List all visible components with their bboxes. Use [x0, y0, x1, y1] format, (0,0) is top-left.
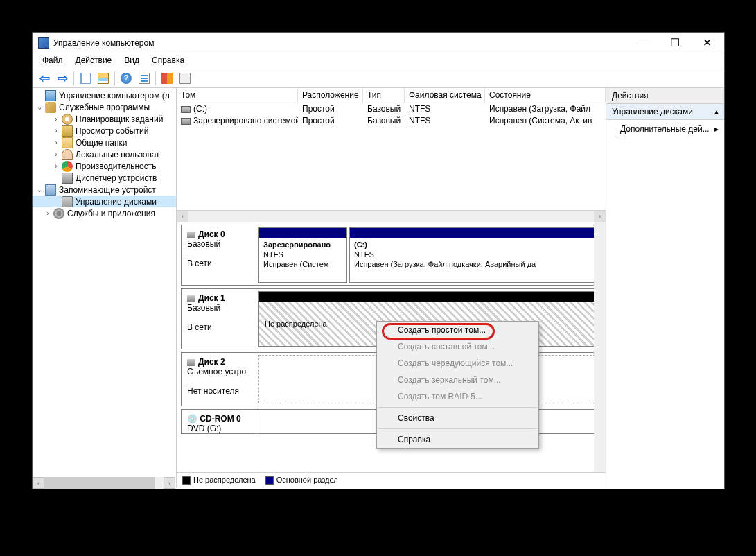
titlebar: Управление компьютером — ☐ ✕ [33, 33, 724, 53]
tree-device-manager[interactable]: Диспетчер устройств [33, 172, 176, 184]
drive-icon [181, 106, 191, 113]
tree-storage[interactable]: ⌄Запоминающие устройст [33, 184, 176, 196]
tree-local-users[interactable]: ›Локальные пользоват [33, 148, 176, 160]
toolbar-settings-button[interactable] [177, 70, 193, 87]
menu-action[interactable]: Действие [70, 55, 118, 67]
col-type[interactable]: Тип [363, 88, 405, 103]
tree-event-viewer[interactable]: ›Просмотр событий [33, 125, 176, 137]
tree-disk-management[interactable]: Управление дисками [33, 196, 176, 207]
legend: Не распределена Основной раздел [177, 472, 606, 487]
volume-row[interactable]: (C:) ПростойБазовыйNTFSИсправен (Загрузк… [177, 103, 606, 115]
horiz-scrollbar[interactable]: ‹› [177, 210, 606, 222]
col-status[interactable]: Состояние [485, 88, 606, 103]
vert-scrollbar[interactable] [594, 222, 606, 472]
actions-more[interactable]: Дополнительные дей...▸ [606, 120, 724, 138]
toolbar-flag-button[interactable] [159, 70, 175, 87]
close-button[interactable]: ✕ [691, 33, 723, 53]
ctx-properties[interactable]: Свойства [377, 410, 538, 426]
minimize-button[interactable]: — [627, 33, 659, 53]
app-icon [38, 37, 49, 49]
actions-header: Действия [606, 88, 724, 104]
ctx-new-raid5-volume: Создать том RAID-5... [377, 388, 538, 405]
tree-services[interactable]: ›Службы и приложения [33, 207, 176, 219]
disk-icon [187, 359, 195, 366]
col-fs[interactable]: Файловая система [405, 88, 485, 103]
toolbar-grid-button[interactable] [95, 70, 112, 87]
toolbar-view-button[interactable] [77, 70, 94, 87]
toolbar: ⇦ ⇨ ? [33, 69, 724, 88]
chevron-right-icon: ▸ [714, 124, 719, 134]
menu-file[interactable]: Файл [37, 55, 69, 67]
ctx-new-mirrored-volume: Создать зеркальный том... [377, 372, 538, 388]
cdrom-label[interactable]: 💿 CD-ROM 0 DVD (G:) [182, 410, 256, 433]
disk-1-label[interactable]: Диск 1 Базовый В сети [182, 289, 256, 349]
collapse-icon: ▴ [714, 107, 719, 116]
tree-root[interactable]: Управление компьютером (л [33, 89, 176, 101]
disk-icon [187, 295, 195, 302]
window-title: Управление компьютером [53, 38, 627, 48]
tree-horiz-scrollbar[interactable]: ‹› [33, 477, 175, 489]
menu-help[interactable]: Справка [146, 55, 190, 67]
nav-fwd-button[interactable]: ⇨ [54, 70, 71, 87]
toolbar-list-button[interactable] [136, 70, 152, 87]
tree-scheduler[interactable]: ›Планировщик заданий [33, 113, 176, 125]
tree-system-tools[interactable]: ⌄Служебные программы [33, 101, 176, 113]
legend-swatch-primary [265, 476, 274, 485]
context-menu: Создать простой том... Создать составной… [376, 321, 539, 449]
drive-icon [181, 118, 191, 125]
toolbar-help-button[interactable]: ? [118, 70, 134, 87]
partition-c[interactable]: (C:)NTFSИсправен (Загрузка, Файл подкачк… [349, 227, 599, 283]
menubar: Файл Действие Вид Справка [33, 53, 724, 69]
nav-back-button[interactable]: ⇦ [36, 70, 53, 87]
tree-shared-folders[interactable]: ›Общие папки [33, 137, 176, 148]
ctx-new-simple-volume[interactable]: Создать простой том... [377, 322, 538, 338]
ctx-new-spanned-volume: Создать составной том... [377, 338, 538, 355]
disk-0-label[interactable]: Диск 0 Базовый В сети [182, 225, 256, 285]
col-layout[interactable]: Расположение [298, 88, 363, 103]
menu-view[interactable]: Вид [118, 55, 145, 67]
actions-pane: Действия Управление дисками▴ Дополнитель… [606, 88, 724, 487]
partition-reserved[interactable]: ЗарезервированоNTFSИсправен (Систем [258, 227, 347, 283]
disk-0-row: Диск 0 Базовый В сети ЗарезервированоNTF… [181, 225, 601, 286]
volume-row[interactable]: Зарезервировано системой ПростойБазовыйN… [177, 115, 606, 127]
tree-performance[interactable]: ›Производительность [33, 160, 176, 172]
legend-swatch-unalloc [182, 476, 191, 485]
disk-icon [187, 232, 195, 238]
actions-sub-header[interactable]: Управление дисками▴ [606, 104, 724, 120]
nav-tree: Управление компьютером (л ⌄Служебные про… [33, 88, 177, 487]
maximize-button[interactable]: ☐ [659, 33, 691, 53]
disk-2-label[interactable]: Диск 2 Съемное устро Нет носителя [182, 353, 256, 406]
ctx-new-striped-volume: Создать чередующийся том... [377, 355, 538, 372]
volume-table: Том Расположение Тип Файловая система Со… [177, 88, 606, 222]
ctx-help[interactable]: Справка [377, 431, 538, 448]
col-volume[interactable]: Том [177, 88, 298, 103]
